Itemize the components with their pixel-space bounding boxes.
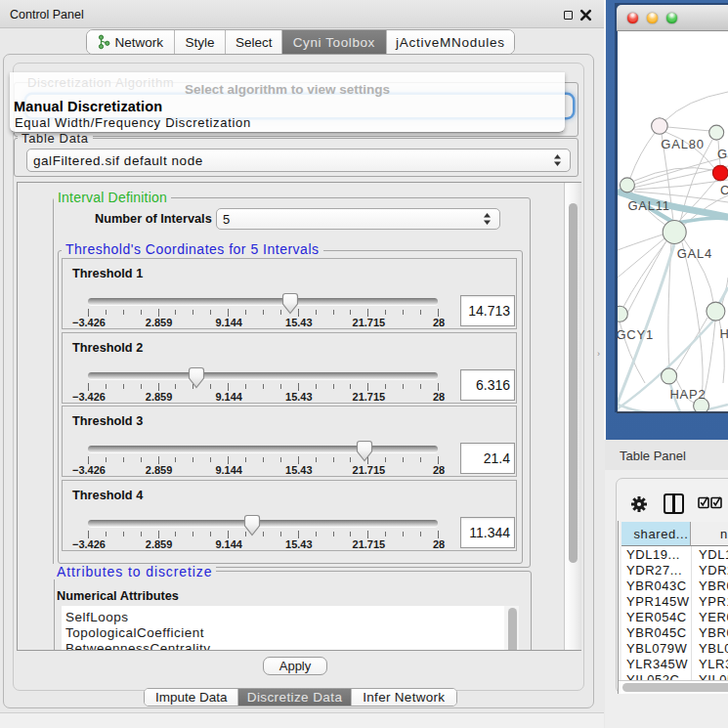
svg-text:GAL80: GAL80 xyxy=(661,137,704,151)
svg-text:GA: GA xyxy=(717,147,728,161)
svg-text:GCY1: GCY1 xyxy=(618,327,654,342)
svg-text:GAL11: GAL11 xyxy=(627,198,670,213)
svg-text:GAL4: GAL4 xyxy=(677,246,712,261)
svg-text:H: H xyxy=(719,326,728,341)
svg-text:C: C xyxy=(720,183,728,197)
svg-text:HAP2: HAP2 xyxy=(669,387,706,402)
